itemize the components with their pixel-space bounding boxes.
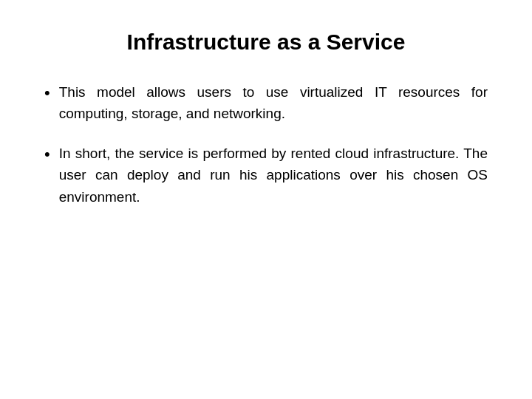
bullet-dot-2: • xyxy=(44,143,50,166)
slide-container: Infrastructure as a Service • This model… xyxy=(44,30,488,369)
list-item: • This model allows users to use virtual… xyxy=(44,81,488,125)
bullet-text-2: In short, the service is performed by re… xyxy=(59,143,488,208)
bullet-list: • This model allows users to use virtual… xyxy=(44,81,488,208)
list-item: • In short, the service is performed by … xyxy=(44,143,488,208)
bullet-dot-1: • xyxy=(44,81,50,105)
slide-title: Infrastructure as a Service xyxy=(44,30,488,55)
bullet-text-1: This model allows users to use virtualiz… xyxy=(59,81,488,125)
